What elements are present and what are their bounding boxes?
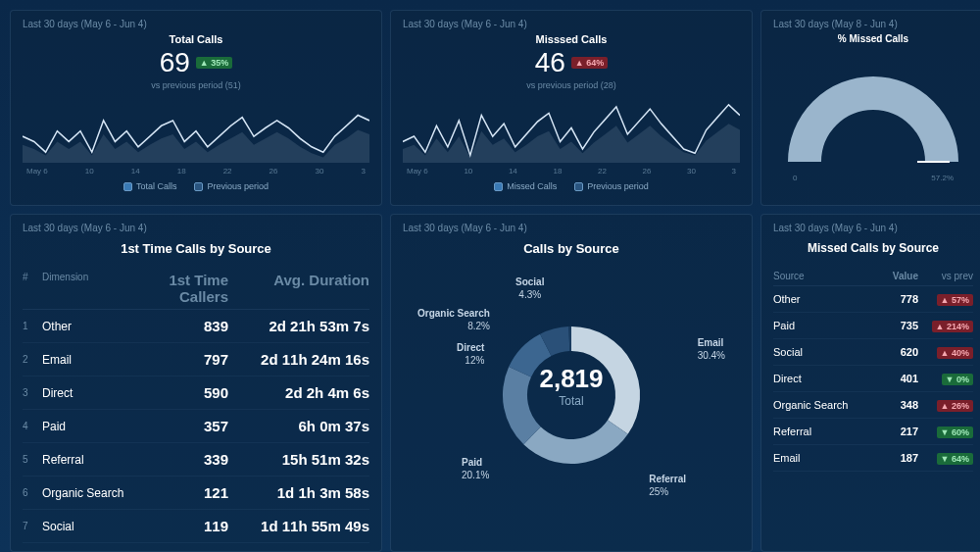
table-row: 2Email 7972d 11h 24m 16s — [23, 343, 369, 376]
total-calls-delta: ▲ 35% — [196, 57, 232, 69]
table-row: Email187 ▼ 64% — [773, 445, 973, 472]
table-title: Missed Calls by Source — [773, 241, 973, 255]
table-row: Direct401 ▼ 0% — [773, 366, 973, 392]
missedbysource-table: Source Value vs prev Other778 ▲ 57% Paid… — [773, 267, 973, 472]
missed-calls-sub: vs previous period (28) — [403, 80, 740, 90]
total-calls-card: Last 30 days (May 6 - Jun 4) Total Calls… — [10, 10, 382, 206]
gauge-min: 0 — [793, 174, 797, 182]
table-row: 3Direct 5902d 2h 4m 6s — [23, 376, 369, 410]
slice-label-organic: Organic Search8.2% — [417, 307, 490, 332]
table-row: 5Referral 33915h 51m 32s — [23, 443, 369, 477]
slice-label-referral: Referral25% — [649, 473, 686, 498]
slice-label-email: Email30.4% — [698, 336, 725, 362]
legend-prev[interactable]: Previous period — [194, 181, 269, 191]
donut-chart: 2,819 Total Email30.4% Referral25% Paid2… — [403, 268, 740, 503]
table-row: Paid735 ▲ 214% — [773, 313, 973, 339]
table-row: 7Social 1191d 11h 55m 49s — [23, 510, 369, 543]
date-range: Last 30 days (May 6 - Jun 4) — [773, 223, 973, 233]
gauge-title: % Missed Calls — [773, 33, 973, 44]
col-value: Value — [869, 271, 918, 281]
col-n: # — [23, 272, 42, 305]
metric-title: Misssed Calls — [403, 33, 740, 45]
total-calls-sparkline — [23, 94, 369, 163]
date-range: Last 30 days (May 6 - Jun 4) — [23, 223, 369, 233]
gauge-card: Last 30 days (May 8 - Jun 4) % Missed Ca… — [760, 10, 980, 206]
callsbysource-card: Last 30 days (May 6 - Jun 4) Calls by So… — [390, 214, 753, 552]
date-range: Last 30 days (May 8 - Jun 4) — [773, 19, 973, 29]
legend-missed[interactable]: Missed Calls — [494, 181, 557, 191]
slice-label-social: Social4.3% — [515, 276, 544, 301]
date-range: Last 30 days (May 6 - Jun 4) — [403, 223, 740, 233]
table-row: Other778 ▲ 57% — [773, 286, 973, 313]
col-v: 1st Time Callers — [160, 272, 228, 305]
firsttime-table: # Dimension 1st Time Callers Avg. Durati… — [23, 268, 369, 543]
missedbysource-card: Last 30 days (May 6 - Jun 4) Missed Call… — [760, 214, 980, 552]
donut-total-label: Total — [539, 394, 603, 408]
missed-calls-card: Last 30 days (May 6 - Jun 4) Misssed Cal… — [390, 10, 753, 206]
slice-label-paid: Paid20.1% — [462, 456, 489, 481]
x-ticks: May 61014182226303 — [403, 167, 740, 176]
gauge-max: 57.2% — [931, 174, 954, 182]
table-row: 4Paid 3576h 0m 37s — [23, 410, 369, 443]
donut-total: 2,819 — [539, 364, 603, 394]
chart-title: Calls by Source — [403, 241, 740, 256]
missed-calls-value: 46 — [535, 47, 565, 78]
col-source: Source — [773, 271, 869, 281]
table-row: Organic Search348 ▲ 26% — [773, 392, 973, 419]
table-row: 6Organic Search 1211d 1h 3m 58s — [23, 477, 369, 510]
total-calls-sub: vs previous period (51) — [23, 80, 369, 90]
table-row: Referral217 ▼ 60% — [773, 419, 973, 445]
total-calls-value: 69 — [160, 47, 190, 78]
missed-calls-sparkline — [403, 94, 740, 163]
col-t: Avg. Duration — [228, 272, 369, 305]
legend-total[interactable]: Total Calls — [123, 181, 177, 191]
slice-label-direct: Direct12% — [457, 341, 484, 367]
legend-prev[interactable]: Previous period — [574, 181, 649, 191]
table-title: 1st Time Calls by Source — [23, 241, 369, 256]
col-d: Dimension — [42, 272, 160, 305]
x-ticks: May 61014182226303 — [23, 167, 369, 176]
metric-title: Total Calls — [23, 33, 369, 45]
gauge-arc-icon — [773, 64, 973, 172]
date-range: Last 30 days (May 6 - Jun 4) — [403, 19, 740, 29]
table-row: 1Other 8392d 21h 53m 7s — [23, 310, 369, 343]
date-range: Last 30 days (May 6 - Jun 4) — [23, 19, 369, 29]
col-prev: vs prev — [918, 271, 973, 281]
missed-calls-delta: ▲ 64% — [571, 57, 608, 69]
firsttime-card: Last 30 days (May 6 - Jun 4) 1st Time Ca… — [10, 214, 382, 552]
table-row: Social620 ▲ 40% — [773, 339, 973, 366]
